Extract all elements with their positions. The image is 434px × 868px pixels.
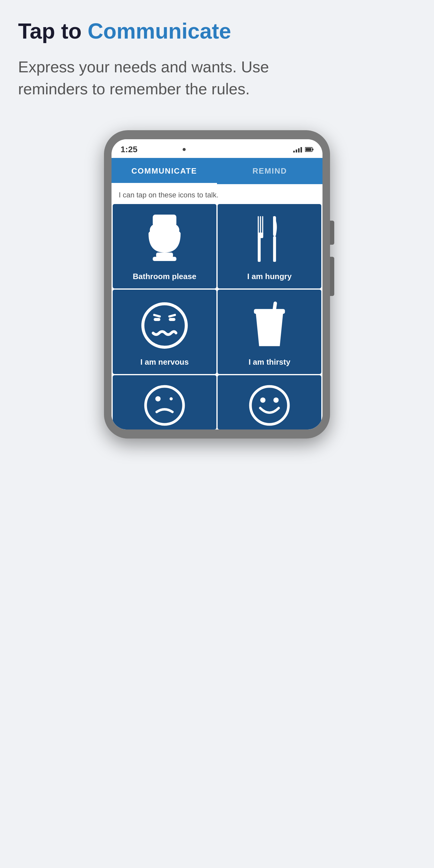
card-label-hungry: I am hungry — [247, 272, 291, 281]
svg-point-25 — [170, 397, 173, 401]
card-label-bathroom: Bathroom please — [133, 272, 196, 281]
keyboard-icon — [162, 146, 169, 153]
tab-remind[interactable]: REMIND — [217, 158, 322, 184]
instruction-text: I can tap on these icons to talk. — [112, 184, 322, 204]
status-bar-right — [282, 147, 313, 153]
card-happy-partial[interactable] — [218, 375, 321, 430]
svg-rect-20 — [168, 314, 176, 318]
toilet-icon — [119, 213, 210, 267]
page-subtitle: Express your needs and wants. Use remind… — [18, 56, 289, 100]
signal-bars — [293, 147, 302, 153]
svg-point-24 — [155, 396, 161, 401]
title-prefix: Tap to — [18, 19, 88, 43]
svg-rect-3 — [313, 149, 313, 150]
drink-icon — [224, 299, 315, 352]
svg-rect-8 — [153, 257, 176, 261]
card-bathroom[interactable]: Bathroom please — [113, 204, 216, 288]
card-grid: Bathroom please — [112, 204, 322, 375]
status-bar: 1:25 — [112, 139, 322, 158]
card-label-nervous: I am nervous — [141, 358, 189, 367]
svg-rect-21 — [254, 309, 285, 314]
svg-rect-18 — [169, 318, 176, 321]
notification-icon — [173, 146, 180, 153]
page-title: Tap to Communicate — [18, 18, 416, 44]
svg-rect-9 — [258, 236, 261, 262]
tab-communicate[interactable]: COMMUNICATE — [112, 158, 217, 184]
card-hungry[interactable]: I am hungry — [218, 204, 321, 288]
svg-point-0 — [173, 147, 179, 152]
svg-rect-13 — [258, 233, 263, 238]
wifi-icon — [282, 147, 290, 153]
card-sad-partial[interactable] — [113, 375, 216, 430]
svg-point-28 — [273, 398, 279, 403]
phone-wrapper: 1:25 — [0, 112, 434, 438]
svg-point-26 — [250, 386, 288, 424]
status-bar-left: 1:25 — [121, 145, 186, 154]
shield-icon — [152, 146, 159, 153]
phone-screen: 1:25 — [112, 139, 322, 430]
happy-face-icon — [224, 381, 315, 430]
app-tabs: COMMUNICATE REMIND — [112, 158, 322, 184]
svg-point-23 — [146, 386, 184, 424]
svg-rect-19 — [153, 314, 161, 318]
status-icons — [142, 146, 186, 153]
svg-point-16 — [143, 304, 186, 347]
svg-point-27 — [260, 398, 266, 403]
card-thirsty[interactable]: I am thirsty — [218, 290, 321, 374]
svg-rect-14 — [273, 236, 276, 262]
svg-rect-10 — [258, 216, 259, 235]
card-grid-partial — [112, 375, 322, 430]
svg-rect-2 — [306, 148, 311, 151]
sad-face-icon — [119, 381, 210, 430]
card-nervous[interactable]: I am nervous — [113, 290, 216, 374]
phone-frame: 1:25 — [104, 130, 330, 438]
svg-rect-12 — [262, 216, 264, 235]
page-header: Tap to Communicate Express your needs an… — [0, 0, 434, 112]
nervous-face-icon — [119, 299, 210, 352]
battery-icon — [305, 147, 313, 152]
svg-rect-17 — [154, 318, 160, 321]
title-highlight: Communicate — [88, 19, 231, 43]
card-label-thirsty: I am thirsty — [249, 358, 290, 367]
food-icon — [224, 213, 315, 267]
settings-icon — [142, 146, 149, 153]
svg-rect-11 — [260, 216, 261, 235]
status-dot — [183, 148, 186, 151]
svg-rect-6 — [153, 215, 176, 226]
status-time: 1:25 — [121, 145, 137, 154]
